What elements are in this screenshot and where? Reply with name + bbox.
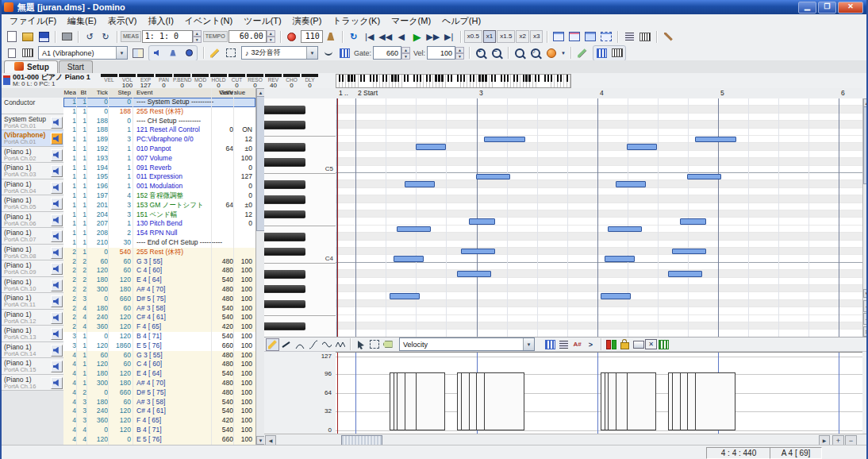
event-row[interactable]: 1100---- System Setup ---------- [63, 98, 255, 107]
note-e5[interactable] [484, 137, 525, 142]
midi-thru-button[interactable] [149, 46, 165, 60]
event-row[interactable]: 1121030---- End of CH Setup ---------- [63, 238, 255, 248]
menu-item-2[interactable]: 表示(V) [102, 14, 143, 28]
event-row[interactable]: 24240120C# 4 [ 61]540100 [63, 313, 255, 322]
menu-item-0[interactable]: ファイル(F) [4, 14, 62, 28]
input-monitor-button[interactable] [181, 46, 197, 60]
speaker-icon[interactable] [51, 182, 63, 194]
track-item-porta-ch-07[interactable]: (Piano 1)PortA Ch.07 [2, 228, 63, 245]
velocity-next-button[interactable]: > [584, 338, 597, 351]
midi-device-button[interactable] [59, 29, 75, 44]
piano-roll-vscrollbar[interactable]: ▲ ▼ + − ≡ [862, 98, 868, 337]
speaker-icon[interactable] [51, 165, 63, 177]
track-item-porta-ch-11[interactable]: (Piano 1)PortA Ch.11 [2, 293, 63, 310]
black-key[interactable] [264, 180, 305, 188]
new-file-button[interactable] [4, 29, 20, 44]
event-row[interactable]: 440120B 4 [ 71]540100 [63, 426, 255, 435]
graph-pane-button[interactable] [593, 46, 609, 60]
note-ds5[interactable] [416, 144, 446, 149]
event-row[interactable]: 111974152 音程微調整0 [63, 191, 255, 201]
step-back-button[interactable]: ◀ [394, 29, 409, 44]
velocity-curve3-tool[interactable] [320, 338, 333, 351]
save-button[interactable] [36, 29, 52, 44]
black-key[interactable] [264, 158, 305, 166]
search-note-button[interactable]: ♪ [528, 46, 543, 60]
event-row[interactable]: 111881121 Reset All Control0ON [63, 125, 255, 135]
select-tool-button[interactable] [223, 46, 239, 60]
cc-pane-button[interactable] [336, 46, 352, 60]
track-item-porta-ch-15[interactable]: (Piano 1)PortA Ch.15 [2, 358, 63, 375]
event-row[interactable]: 41180120E 4 [ 64]540100 [63, 369, 255, 379]
menu-item-5[interactable]: ツール(T) [238, 14, 287, 28]
track-item-porta-ch-03[interactable]: (Piano 1)PortA Ch.03 [2, 163, 63, 179]
velocity-label-tool[interactable] [381, 338, 394, 351]
note-f4[interactable] [469, 218, 495, 224]
close-button[interactable]: ✕ [838, 2, 863, 14]
maximize-button[interactable]: ❐ [818, 2, 836, 14]
chevron-down-icon[interactable]: ▼ [116, 47, 127, 59]
black-key[interactable] [264, 106, 305, 114]
black-key[interactable] [264, 121, 305, 129]
vzoom-out-button[interactable]: − [863, 313, 868, 325]
track-item-porta-ch-16[interactable]: (Piano 1)PortA Ch.16 [2, 375, 63, 392]
event-row[interactable]: 111893PC:Vibraphone 0/012 [63, 135, 255, 145]
track-keyboard-button[interactable] [20, 46, 36, 60]
tab-setup[interactable]: Setup [4, 60, 58, 73]
velocity-bar[interactable] [627, 372, 656, 431]
search-button[interactable] [512, 46, 528, 60]
velocity-type-selector[interactable]: Velocity▼ [399, 338, 535, 351]
event-row[interactable]: 111931007 Volume100 [63, 154, 255, 164]
speaker-icon[interactable] [51, 377, 63, 389]
speaker-icon[interactable] [51, 312, 63, 324]
speaker-icon[interactable] [51, 133, 63, 145]
velocity-anchor-tool[interactable] [354, 338, 367, 351]
velocity-chart-button[interactable] [657, 338, 670, 351]
note-g3[interactable] [601, 293, 631, 299]
view-toggle-2-button[interactable] [567, 29, 582, 44]
menu-item-7[interactable]: トラック(K) [327, 14, 386, 28]
speaker-icon[interactable] [51, 263, 63, 275]
view-toggle-4-button[interactable] [598, 29, 614, 44]
event-row[interactable]: 41300180A# 4 [ 70]480100 [63, 379, 255, 388]
event-row[interactable]: 2212060C 4 [ 60]480100 [63, 266, 255, 276]
black-key[interactable] [264, 270, 305, 278]
note-as3[interactable] [457, 271, 491, 276]
track-selector[interactable]: A1 (Vibraphone)▼ [38, 46, 128, 60]
note-g3[interactable] [390, 293, 420, 299]
black-key[interactable] [264, 210, 305, 218]
event-row[interactable]: 311201860E 5 [ 76]660100 [63, 341, 255, 351]
note-as4[interactable] [616, 181, 646, 187]
velocity-mail-button[interactable] [632, 338, 645, 351]
event-row[interactable]: 4112060C 4 [ 60]480100 [63, 360, 255, 369]
color-dropdown-button[interactable]: ▼ [559, 46, 567, 60]
tab-start[interactable]: Start [59, 60, 93, 73]
event-row[interactable]: 43240120C# 4 [ 61]540100 [63, 407, 255, 416]
event-row[interactable]: 111921010 Panpot64±0 [63, 145, 255, 154]
record-button[interactable] [284, 29, 300, 44]
open-file-button[interactable] [20, 29, 36, 44]
velocity-select-tool[interactable] [367, 338, 381, 351]
event-row[interactable]: 210540255 Rest (休符) [63, 248, 255, 257]
event-row[interactable]: 110188255 Rest (休符) [63, 107, 255, 117]
note-c4[interactable] [394, 256, 424, 261]
note-e4[interactable] [397, 226, 431, 232]
track-item-porta-ch-12[interactable]: (Piano 1)PortA Ch.12 [2, 310, 63, 326]
event-row[interactable]: 112043151 ベンド幅12 [63, 210, 255, 220]
minimize-button[interactable]: ▁ [798, 2, 816, 14]
scrollbar-thumb[interactable] [863, 106, 868, 184]
event-row[interactable]: 111951011 Expression127 [63, 172, 255, 182]
metronome-button[interactable] [323, 29, 339, 44]
go-start-button[interactable]: |◀ [362, 29, 378, 44]
event-row[interactable]: 24360120F 4 [ 65]420100 [63, 322, 255, 332]
speaker-icon[interactable] [51, 214, 63, 226]
event-col-header-bt[interactable]: Bt [76, 88, 86, 98]
velocity-line-tool[interactable] [279, 338, 293, 351]
black-key[interactable] [264, 143, 305, 151]
piano-keyboard[interactable]: C5C4 [264, 98, 336, 337]
measure-ruler[interactable]: 1 ..2 Start3456 [264, 88, 862, 99]
fast-forward-button[interactable]: ▶▶ [425, 29, 441, 44]
undo-button[interactable]: ↺ [82, 29, 98, 44]
event-col-header-event[interactable]: Event [135, 88, 213, 98]
velocity-bar[interactable] [484, 372, 524, 431]
track-item-porta-ch-01[interactable]: System SetupPortA Ch.01 [2, 114, 63, 131]
